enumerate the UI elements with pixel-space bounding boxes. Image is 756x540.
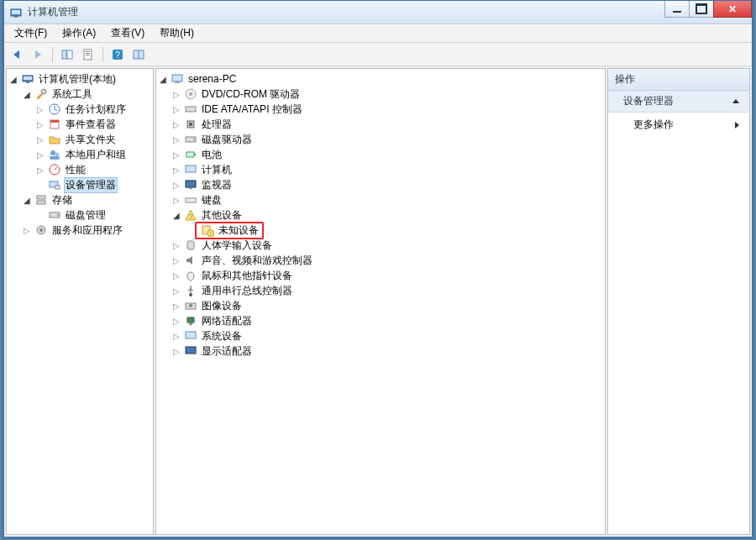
window-buttons (665, 1, 752, 18)
mouse-icon (184, 269, 197, 282)
dev-unknown[interactable]: ! 未知设备 (185, 223, 603, 238)
svg-marker-4 (35, 50, 41, 59)
actions-more[interactable]: 更多操作 (608, 113, 749, 137)
dev-sound[interactable]: 声音、视频和游戏控制器 (171, 253, 603, 268)
dev-diskdrives[interactable]: 磁盘驱动器 (171, 132, 603, 147)
menu-action[interactable]: 操作(A) (55, 24, 102, 42)
toolbar-separator-2 (102, 47, 103, 62)
clock-icon (48, 102, 61, 116)
maximize-button[interactable] (689, 1, 714, 18)
usb-icon (184, 284, 197, 297)
tree-storage[interactable]: 存储 (22, 192, 151, 207)
tree-performance[interactable]: 性能 (35, 162, 151, 177)
svg-point-22 (50, 150, 55, 155)
menubar: 文件(F) 操作(A) 查看(V) 帮助(H) (4, 24, 752, 43)
tree-root-label: 计算机管理(本地) (37, 72, 118, 87)
svg-point-59 (189, 304, 192, 307)
extra-view-button[interactable] (129, 45, 148, 64)
tree-services-apps[interactable]: 服务和应用程序 (22, 223, 151, 238)
actions-group-label: 设备管理器 (623, 94, 674, 108)
dev-mouse[interactable]: 鼠标和其他指针设备 (171, 268, 603, 283)
minimize-button[interactable] (664, 1, 690, 18)
svg-rect-29 (37, 201, 45, 204)
dev-system[interactable]: 系统设备 (171, 328, 603, 343)
properties-button[interactable] (79, 45, 97, 64)
device-mgr-icon (48, 178, 61, 191)
dev-usb[interactable]: 通用串行总线控制器 (171, 283, 603, 298)
cpu-icon (184, 118, 197, 131)
tree-shared-folders[interactable]: 共享文件夹 (35, 132, 151, 147)
device-root[interactable]: serena-PC (158, 71, 603, 87)
dev-display[interactable]: 显示适配器 (171, 343, 603, 359)
performance-icon (48, 163, 61, 176)
submenu-arrow-icon (735, 122, 739, 128)
svg-rect-2 (14, 16, 18, 18)
svg-point-57 (189, 293, 192, 296)
svg-rect-54 (187, 241, 194, 249)
dev-imaging[interactable]: 图像设备 (171, 298, 603, 313)
window-title: 计算机管理 (28, 5, 78, 19)
svg-point-33 (39, 228, 43, 232)
menu-file[interactable]: 文件(F) (8, 24, 54, 42)
dev-dvd[interactable]: DVD/CD-ROM 驱动器 (171, 87, 603, 102)
network-icon (184, 314, 197, 328)
dev-computer[interactable]: 计算机 (171, 162, 603, 177)
collapse-icon (732, 99, 739, 103)
forward-button[interactable] (29, 45, 47, 64)
dev-battery[interactable]: 电池 (171, 147, 603, 162)
svg-rect-34 (172, 75, 182, 81)
tree-disk-management[interactable]: 磁盘管理 (35, 207, 151, 223)
svg-rect-24 (50, 156, 60, 160)
dev-hid[interactable]: 人体学输入设备 (171, 238, 603, 253)
svg-text:!: ! (210, 231, 212, 237)
tree-task-scheduler[interactable]: 任务计划程序 (35, 102, 151, 117)
svg-rect-17 (26, 81, 29, 83)
svg-rect-8 (86, 51, 90, 52)
help-button[interactable]: ? (108, 45, 127, 64)
computer-mgmt-icon (21, 72, 34, 86)
actions-more-label: 更多操作 (633, 118, 674, 132)
dev-network[interactable]: 网络适配器 (171, 313, 603, 328)
tree-event-viewer[interactable]: 事件查看器 (35, 117, 151, 132)
dev-ide[interactable]: IDE ATA/ATAPI 控制器 (171, 102, 603, 117)
svg-rect-45 (186, 165, 196, 172)
show-hide-tree-button[interactable] (58, 45, 76, 64)
unknown-device-icon: ! (201, 223, 214, 237)
svg-point-42 (193, 139, 195, 140)
back-button[interactable] (8, 45, 26, 64)
battery-icon (184, 148, 197, 161)
titlebar[interactable]: 计算机管理 (4, 1, 752, 24)
svg-rect-27 (55, 186, 60, 189)
actions-group[interactable]: 设备管理器 (608, 91, 749, 113)
dev-keyboard[interactable]: 键盘 (171, 192, 603, 207)
device-tree-pane[interactable]: serena-PC DVD/CD-ROM 驱动器 IDE ATA/ATAPI 控… (155, 68, 606, 535)
svg-point-37 (189, 92, 192, 96)
imaging-icon (184, 299, 197, 312)
svg-rect-10 (86, 55, 90, 55)
svg-rect-44 (194, 154, 196, 155)
svg-text:?: ? (115, 50, 120, 60)
tree-system-tools[interactable]: 系统工具 (22, 87, 151, 102)
body: 计算机管理(本地) 系统工具 (4, 66, 752, 537)
keyboard-icon (184, 193, 197, 207)
svg-rect-60 (187, 317, 194, 322)
svg-point-56 (187, 272, 194, 280)
scope-pane[interactable]: 计算机管理(本地) 系统工具 (6, 68, 154, 535)
dev-cpu[interactable]: 处理器 (171, 117, 603, 132)
menu-view[interactable]: 查看(V) (104, 24, 151, 42)
tree-device-manager[interactable]: 设备管理器 (35, 177, 151, 192)
svg-rect-40 (189, 123, 192, 126)
computer-icon (184, 163, 197, 176)
dev-monitor[interactable]: 监视器 (171, 177, 603, 192)
tree-root[interactable]: 计算机管理(本地) (8, 71, 151, 87)
svg-marker-3 (13, 50, 19, 59)
tree-local-users[interactable]: 本地用户和组 (35, 147, 151, 162)
dev-other[interactable]: ?其他设备 (171, 207, 603, 223)
svg-point-31 (57, 214, 59, 216)
disk-icon (48, 208, 61, 222)
menu-help[interactable]: 帮助(H) (153, 24, 201, 42)
storage-icon (34, 193, 48, 207)
actions-pane: 操作 设备管理器 更多操作 (607, 68, 750, 535)
other-devices-icon: ? (184, 208, 197, 222)
close-button[interactable] (713, 1, 752, 18)
